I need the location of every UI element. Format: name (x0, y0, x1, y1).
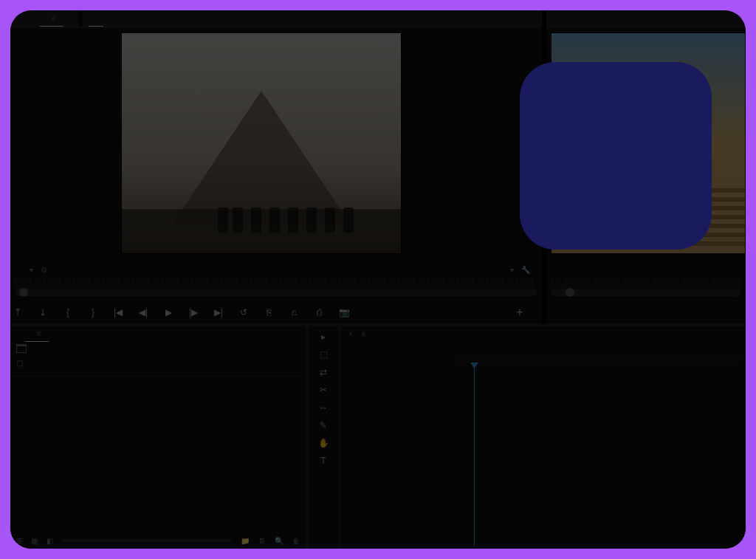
top-tabs: ≡ (10, 10, 746, 27)
loop-button[interactable]: ↺ (236, 307, 251, 318)
tab-source-active[interactable]: ≡ (40, 10, 63, 27)
project-tabs: ≡ (10, 326, 306, 341)
hand-tool[interactable]: ✋ (316, 436, 331, 450)
source-viewer[interactable] (121, 32, 402, 254)
project-header: ▢ (10, 356, 306, 370)
close-icon[interactable]: × (348, 330, 353, 338)
figure (288, 208, 298, 233)
type-tool[interactable]: T (316, 453, 331, 468)
track-select-tool[interactable]: ⬚ (316, 347, 331, 362)
seat-row (551, 206, 746, 210)
program-scrub[interactable] (551, 289, 741, 296)
sequence-tab[interactable]: × ≡ (341, 326, 746, 341)
trash-icon[interactable]: 🗑 (292, 537, 300, 545)
seat-row (551, 233, 746, 237)
wrench-icon[interactable]: 🔧 (521, 266, 530, 274)
bin-icon (16, 344, 27, 353)
mark-in-button[interactable]: ⤒ (10, 307, 25, 318)
tab-media-browser[interactable] (10, 326, 25, 342)
go-in-button[interactable]: { (61, 307, 75, 318)
track-headers (344, 366, 452, 546)
source-transport: ⤒ ⤓ { } |◀ ◀| ▶ |▶ ▶| ↺ ⎘ ⎌ ⎙ 📷 + (10, 303, 542, 322)
project-panel: ≡ ▢ ≣ ▦ ◧ 📁 🗎 🔍 🗑 (10, 326, 306, 549)
next-frame-button[interactable]: |▶ (186, 307, 201, 318)
timeline-tc (341, 341, 746, 344)
tab-program[interactable] (89, 10, 103, 27)
source-monitor: ▾ ⚙ ▾ 🔧 ⤒ ⤓ { } |◀ ◀| ▶ |▶ ▶| ↺ ⎘ ⎌ ⎙ 📷 … (10, 28, 542, 323)
source-tc-row: ▾ ⚙ ▾ 🔧 (15, 263, 537, 276)
slip-tool[interactable]: ↔ (316, 400, 331, 415)
ripple-tool[interactable]: ⇄ (316, 365, 331, 380)
timeline-ruler[interactable] (452, 354, 743, 365)
pen-tool[interactable]: ✎ (316, 418, 331, 433)
razor-tool[interactable]: ✂ (316, 383, 331, 397)
icon-view-icon[interactable]: ▦ (31, 537, 38, 545)
settings-icon[interactable]: ⚙ (41, 266, 47, 274)
insert-button[interactable]: ⎘ (261, 307, 276, 318)
find-icon[interactable]: 🔍 (275, 537, 284, 545)
seat-row (551, 241, 746, 246)
track-lanes[interactable] (452, 366, 743, 546)
seat-row (551, 215, 746, 219)
go-out-button[interactable]: } (86, 307, 100, 318)
tool-panel: ▸ ⬚ ⇄ ✂ ↔ ✎ ✋ T (309, 326, 338, 549)
column-header-row (10, 370, 306, 377)
overwrite-button[interactable]: ⎌ (286, 307, 301, 318)
timeline-panel: × ≡ (341, 326, 746, 549)
playhead[interactable] (474, 366, 475, 546)
play-button[interactable]: ▶ (161, 307, 176, 318)
tab-close-icon[interactable]: ≡ (52, 14, 56, 22)
step-fwd-button[interactable]: ▶| (211, 307, 226, 318)
figure (233, 208, 243, 233)
selection-tool[interactable]: ▸ (316, 329, 331, 344)
seat-row (551, 197, 746, 202)
app-inner: ≡ ▾ ⚙ ▾ 🔧 ⤒ (10, 10, 746, 549)
ground-shape (122, 209, 401, 253)
list-view-icon[interactable]: ≣ (16, 537, 22, 545)
tab-audio-mixer[interactable] (63, 10, 78, 27)
file-list (10, 381, 306, 532)
tracks-area (344, 366, 743, 546)
snapshot-button[interactable]: 📷 (337, 307, 351, 318)
program-tc-row (551, 263, 741, 276)
figure (343, 208, 354, 233)
figure (218, 208, 228, 233)
scrub-knob[interactable] (566, 288, 574, 297)
new-bin-icon[interactable]: 📁 (241, 537, 250, 545)
figure (251, 208, 261, 233)
step-back-button[interactable]: |◀ (111, 307, 126, 318)
tab-menu-icon[interactable]: ≡ (37, 329, 41, 337)
tab-lumetri-scopes[interactable] (25, 10, 40, 27)
source-ruler[interactable] (15, 278, 537, 288)
freeform-view-icon[interactable]: ◧ (47, 537, 53, 545)
export-frame-button[interactable]: ⎙ (312, 307, 326, 318)
pyramid-shape (173, 91, 350, 224)
seat-row (551, 188, 746, 193)
app-frame: ≡ ▾ ⚙ ▾ 🔧 ⤒ (10, 10, 746, 549)
seat-row (551, 224, 746, 228)
zoom-slider[interactable] (62, 539, 232, 542)
project-footer: ≣ ▦ ◧ 📁 🗎 🔍 🗑 (10, 532, 306, 549)
filter-icon[interactable]: ▢ (16, 359, 28, 367)
scrub-knob[interactable] (19, 288, 28, 297)
prev-frame-button[interactable]: ◀| (136, 307, 151, 318)
program-monitor (546, 28, 746, 323)
project-meta (10, 341, 306, 356)
program-viewer[interactable] (551, 32, 746, 254)
figure (269, 208, 280, 233)
source-scrub[interactable] (15, 289, 537, 296)
new-item-icon[interactable]: 🗎 (258, 537, 266, 545)
figure (306, 208, 317, 233)
tab-effect-controls[interactable] (10, 10, 25, 27)
panel-divider (78, 10, 83, 27)
figure (325, 208, 335, 233)
mark-out-button[interactable]: ⤓ (35, 307, 50, 318)
button-editor-icon[interactable]: + (512, 306, 527, 319)
tab-menu-icon[interactable]: ≡ (362, 330, 366, 338)
panel-gap[interactable] (542, 10, 546, 323)
tab-project-active[interactable]: ≡ (25, 326, 49, 342)
program-ruler[interactable] (551, 278, 741, 288)
